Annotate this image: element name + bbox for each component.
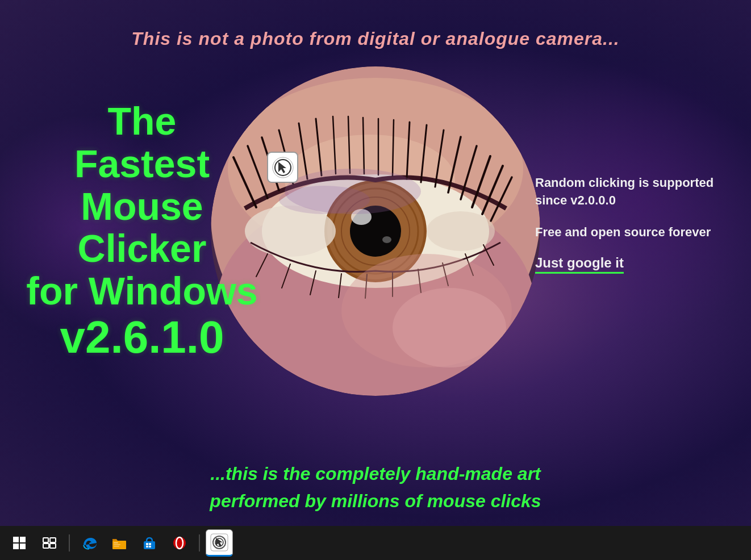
random-clicking-block: Random clicking is supported since v2.0.… [535, 174, 717, 210]
svg-rect-62 [114, 546, 119, 547]
svg-rect-64 [146, 543, 148, 545]
bottom-tagline: ...this is the completely hand-made art … [0, 460, 751, 515]
taskbar-windows-start[interactable] [6, 529, 33, 557]
svg-rect-54 [20, 544, 26, 549]
title-line-fastest: Fastest [11, 143, 273, 185]
title-line-mouse-clicker: Mouse Clicker [11, 185, 273, 270]
svg-point-46 [393, 288, 506, 367]
taskbar-task-view[interactable] [36, 529, 63, 557]
taskbar-opera[interactable] [166, 529, 193, 557]
svg-rect-57 [43, 544, 49, 548]
info-text-block: Random clicking is supported since v2.0.… [535, 174, 717, 288]
bottom-text-line2: performed by millions of mouse clicks [0, 487, 751, 515]
taskbar-edge[interactable] [76, 529, 103, 557]
taskbar [0, 526, 751, 560]
app-title-block: The Fastest Mouse Clicker for Windows v2… [11, 100, 273, 362]
svg-point-68 [173, 537, 186, 549]
svg-rect-51 [13, 537, 19, 542]
svg-rect-60 [114, 542, 118, 544]
open-source-text: Free and open source forever [535, 223, 717, 241]
title-line-for-windows: for Windows [11, 270, 273, 312]
main-content: The Fastest Mouse Clicker for Windows v2… [0, 61, 751, 402]
mouse-clicker-icon [272, 156, 294, 179]
svg-rect-56 [50, 538, 56, 542]
google-link[interactable]: Just google it [535, 255, 624, 274]
bottom-text-line1: ...this is the completely hand-made art [0, 460, 751, 487]
svg-rect-58 [50, 544, 56, 548]
svg-rect-52 [20, 537, 26, 542]
svg-rect-65 [149, 543, 151, 545]
version-text: v2.6.1.0 [11, 312, 273, 362]
svg-rect-67 [149, 546, 151, 548]
svg-point-11 [382, 236, 391, 243]
taskbar-file-explorer[interactable] [106, 529, 133, 557]
svg-rect-55 [43, 538, 48, 542]
google-link-block[interactable]: Just google it [535, 255, 717, 274]
svg-point-44 [279, 186, 370, 214]
open-source-block: Free and open source forever [535, 223, 717, 241]
svg-rect-61 [114, 544, 120, 545]
taskbar-store[interactable] [136, 529, 163, 557]
taskbar-mouse-clicker[interactable] [206, 529, 233, 557]
svg-rect-53 [13, 544, 19, 549]
taskbar-separator-1 [69, 534, 70, 551]
title-line-the: The [11, 100, 273, 143]
svg-point-13 [427, 211, 495, 251]
header-tagline: This is not a photo from digital or anal… [0, 0, 751, 49]
svg-rect-66 [146, 546, 148, 548]
app-icon-overlay [267, 152, 298, 183]
random-clicking-text: Random clicking is supported since v2.0.… [535, 174, 717, 210]
taskbar-separator-2 [199, 534, 200, 551]
